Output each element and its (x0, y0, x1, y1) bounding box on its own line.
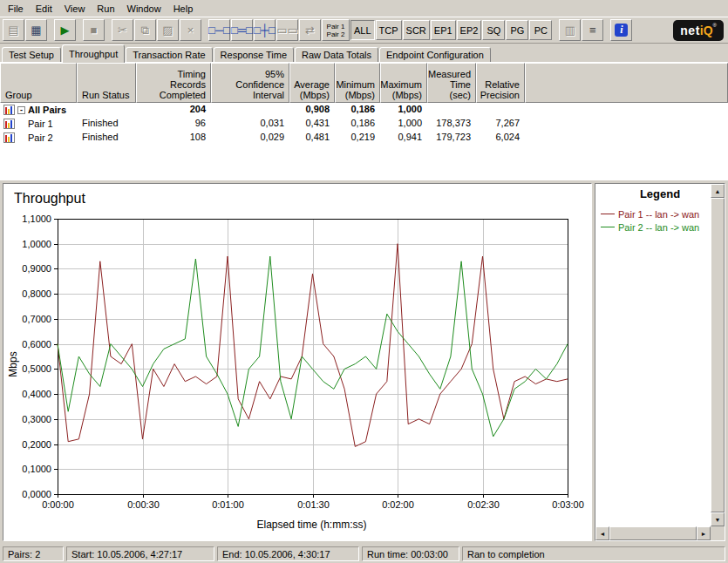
pair-edit-icon: □┼□ (254, 24, 276, 36)
confidence-cell: 0,031 (211, 117, 289, 131)
view-all-button[interactable]: ALL (350, 20, 375, 40)
legend-item-2[interactable]: Pair 2 -- lan -> wan (601, 220, 721, 234)
tab-raw-data-totals[interactable]: Raw Data Totals (295, 47, 378, 62)
legend-line-swatch (601, 214, 615, 214)
tab-response-time[interactable]: Response Time (214, 47, 294, 62)
add-group-button[interactable]: □═□ (231, 19, 253, 41)
status-panel-run-result: Ran to completion (462, 546, 725, 561)
legend-horizontal-scrollbar[interactable]: ◄ ► (595, 526, 711, 540)
table-row-pair-1[interactable]: Pair 1Finished960,0310,4310,1861,000178,… (0, 117, 728, 131)
average-cell: 0,908 (289, 103, 335, 117)
scissors-icon: ✂ (118, 24, 127, 36)
run_status-cell: Finished (77, 131, 136, 145)
group-cell: Pair 1 (0, 117, 77, 131)
minimum-cell: 0,219 (335, 131, 380, 145)
menu-file[interactable]: File (2, 2, 30, 16)
about-button[interactable]: i (610, 19, 632, 41)
pair-chart-icon (3, 105, 15, 115)
show-grid-button: ▥ (559, 19, 581, 41)
scroll-up-arrow-icon[interactable]: ▲ (711, 184, 725, 198)
view-sq-button[interactable]: SQ (482, 20, 505, 40)
status-panel-start-time: Start: 10.05.2006, 4:27:17 (66, 546, 214, 561)
column-header-line: Timing Records (141, 69, 206, 90)
menu-run[interactable]: Run (91, 2, 120, 16)
view-pg-button[interactable]: PG (506, 20, 528, 40)
row-filler (525, 117, 728, 131)
legend-panel: Legend Pair 1 -- lan -> wanPair 2 -- lan… (595, 183, 725, 541)
collapse-toggle[interactable]: - (17, 106, 25, 114)
pair-group-icon: □═□ (231, 24, 253, 36)
column-header-group[interactable]: Group (0, 63, 77, 103)
minimum-cell: 0,186 (335, 103, 380, 117)
tab-transaction-rate[interactable]: Transaction Rate (126, 47, 212, 62)
horizontal-scroll-thumb[interactable] (609, 526, 697, 540)
y-tick-label: 0,5000 (22, 363, 51, 374)
tab-test-setup[interactable]: Test Setup (2, 47, 61, 62)
toolbar-separator (77, 19, 83, 41)
table-row-pair-2[interactable]: Pair 2Finished1080,0290,4810,2190,941179… (0, 131, 728, 145)
scroll-down-arrow-icon[interactable]: ▼ (711, 512, 725, 526)
column-header-precision[interactable]: RelativePrecision (476, 63, 525, 103)
view-ep1-button[interactable]: EP1 (431, 20, 456, 40)
column-header-line: Minimum (336, 79, 375, 90)
toolbar-separator (604, 19, 610, 41)
run-icon: ▶ (61, 24, 70, 36)
timing_records-cell: 96 (136, 117, 211, 131)
stop-test-button: ■ (83, 19, 105, 41)
row-filler (525, 131, 728, 145)
view-ep2-button[interactable]: EP2 (457, 20, 482, 40)
legend-label: Pair 2 -- lan -> wan (618, 222, 699, 233)
group-cell: Pair 2 (0, 131, 77, 145)
add-pair-button[interactable]: □─□ (208, 19, 230, 41)
run-test-button[interactable]: ▶ (54, 19, 76, 41)
menu-edit[interactable]: Edit (30, 2, 58, 16)
precision-cell: 7,267 (476, 117, 525, 131)
tab-endpoint-configuration[interactable]: Endpoint Configuration (379, 47, 491, 62)
vertical-scroll-thumb[interactable] (711, 198, 725, 512)
pair-chart-icon (3, 132, 15, 143)
legend-label: Pair 1 -- lan -> wan (618, 209, 699, 220)
pair-filter-button[interactable]: Pair 1Pair 2 (322, 19, 350, 41)
scroll-right-arrow-icon[interactable]: ► (697, 526, 711, 540)
table-body: -All Pairs2040,9080,1861,000Pair 1Finish… (0, 103, 728, 145)
run_status-cell (77, 103, 136, 117)
column-header-timing_records[interactable]: Timing RecordsCompleted (136, 63, 211, 103)
logo-text-iq: iQ (700, 24, 713, 37)
table-row-all-pairs[interactable]: -All Pairs2040,9080,1861,000 (0, 103, 728, 117)
group-label: All Pairs (28, 104, 66, 117)
column-header-maximum[interactable]: Maximum(Mbps) (380, 63, 427, 103)
pair-chart-icon (3, 119, 15, 129)
column-header-run_status[interactable]: Run Status (77, 63, 136, 103)
timing_records-cell: 108 (136, 131, 211, 145)
view-pc-button[interactable]: PC (529, 20, 552, 40)
menu-window[interactable]: Window (121, 2, 167, 16)
content-area: Throughput Mbps 0,00000,10000,20000,3000… (0, 180, 728, 544)
info-icon: i (615, 24, 628, 37)
menu-view[interactable]: View (58, 2, 92, 16)
delete-icon: × (187, 24, 194, 36)
column-header-minimum[interactable]: Minimum(Mbps) (335, 63, 380, 103)
average-cell: 0,431 (289, 117, 335, 131)
view-tcp-button[interactable]: TCP (376, 20, 402, 40)
y-tick-label: 0,7000 (22, 314, 51, 324)
maximum-cell: 1,000 (380, 103, 427, 117)
column-header-line: 95% Confidence (216, 69, 284, 90)
edit-pair-button[interactable]: □┼□ (254, 19, 276, 41)
column-header-measured_time[interactable]: MeasuredTime (sec) (427, 63, 476, 103)
column-header-confidence[interactable]: 95% ConfidenceInterval (211, 63, 289, 103)
show-list-button[interactable]: ≡ (582, 19, 603, 41)
tab-throughput[interactable]: Throughput (62, 44, 125, 63)
view-scr-button[interactable]: SCR (403, 20, 430, 40)
y-tick-label: 0,2000 (22, 439, 51, 450)
legend-item-1[interactable]: Pair 1 -- lan -> wan (601, 207, 721, 220)
print-button[interactable]: ▦ (25, 19, 47, 41)
legend-vertical-scrollbar[interactable]: ▲ ▼ (711, 184, 725, 526)
precision-cell (476, 103, 525, 117)
scroll-left-arrow-icon[interactable]: ◄ (595, 526, 609, 540)
maximum-cell: 1,000 (380, 117, 427, 131)
menu-help[interactable]: Help (167, 2, 200, 16)
minimum-cell: 0,186 (335, 117, 380, 131)
column-header-average[interactable]: Average(Mbps) (289, 63, 335, 103)
confidence-cell: 0,029 (211, 131, 289, 145)
column-header-line: (Mbps) (392, 90, 422, 100)
